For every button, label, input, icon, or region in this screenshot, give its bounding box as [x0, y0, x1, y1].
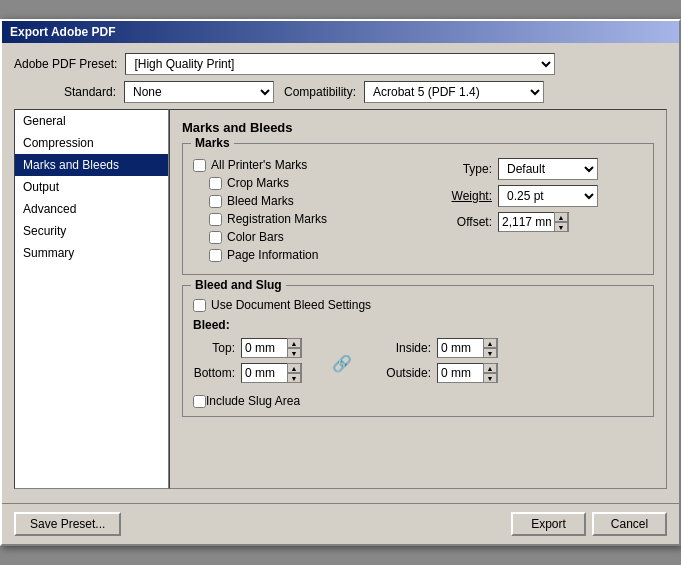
bottom-input[interactable] [242, 364, 287, 382]
use-document-bleed-label: Use Document Bleed Settings [211, 298, 371, 312]
standard-label: Standard: [14, 85, 124, 99]
standard-select[interactable]: None PDF/X-1a PDF/X-3 PDF/X-4 [124, 81, 274, 103]
link-icon[interactable]: 🔗 [332, 343, 352, 383]
crop-marks-checkbox[interactable] [209, 177, 222, 190]
all-printers-marks-label: All Printer's Marks [211, 158, 307, 172]
inside-up-btn[interactable]: ▲ [483, 338, 497, 348]
sidebar-item-output[interactable]: Output [15, 176, 168, 198]
bottom-spinner-btns: ▲ ▼ [287, 363, 301, 383]
top-spinner-btns: ▲ ▼ [287, 338, 301, 358]
color-bars-label: Color Bars [227, 230, 284, 244]
offset-down-btn[interactable]: ▼ [554, 222, 568, 232]
marks-group: Marks All Printer's Marks Crop Marks [182, 143, 654, 275]
offset-input[interactable]: 2,117 mm [499, 213, 554, 231]
bleed-right-col: Inside: ▲ ▼ Outside: [382, 338, 498, 388]
dialog-title: Export Adobe PDF [10, 25, 116, 39]
inside-spinner[interactable]: ▲ ▼ [437, 338, 498, 358]
top-input[interactable] [242, 339, 287, 357]
sidebar-item-advanced[interactable]: Advanced [15, 198, 168, 220]
export-pdf-dialog: Export Adobe PDF Adobe PDF Preset: [High… [0, 19, 681, 546]
outside-input[interactable] [438, 364, 483, 382]
bleed-section-label: Bleed: [193, 318, 643, 332]
sidebar-item-summary[interactable]: Summary [15, 242, 168, 264]
outside-down-btn[interactable]: ▼ [483, 373, 497, 383]
marks-group-title: Marks [191, 136, 234, 150]
sidebar: General Compression Marks and Bleeds Out… [14, 109, 169, 489]
compatibility-select[interactable]: Acrobat 4 (PDF 1.3) Acrobat 5 (PDF 1.4) … [364, 81, 544, 103]
outside-label: Outside: [382, 366, 437, 380]
weight-select[interactable]: 0.25 pt 0.50 pt 1.00 pt [498, 185, 598, 207]
sidebar-item-security[interactable]: Security [15, 220, 168, 242]
export-button[interactable]: Export [511, 512, 586, 536]
bottom-spinner[interactable]: ▲ ▼ [241, 363, 302, 383]
save-preset-button[interactable]: Save Preset... [14, 512, 121, 536]
sidebar-item-marks-bleeds[interactable]: Marks and Bleeds [15, 154, 168, 176]
preset-label: Adobe PDF Preset: [14, 57, 125, 71]
bleed-slug-group: Bleed and Slug Use Document Bleed Settin… [182, 285, 654, 417]
title-bar: Export Adobe PDF [2, 21, 679, 43]
inside-down-btn[interactable]: ▼ [483, 348, 497, 358]
bleed-marks-label: Bleed Marks [227, 194, 294, 208]
crop-marks-label: Crop Marks [227, 176, 289, 190]
inside-input[interactable] [438, 339, 483, 357]
action-buttons: Export Cancel [511, 512, 667, 536]
preset-select[interactable]: [High Quality Print] [125, 53, 555, 75]
bleed-slug-title: Bleed and Slug [191, 278, 286, 292]
weight-label: Weight: [443, 189, 498, 203]
type-select[interactable]: Default J Mark Roman [498, 158, 598, 180]
outside-spinner-btns: ▲ ▼ [483, 363, 497, 383]
top-label: Top: [193, 341, 241, 355]
page-information-checkbox[interactable] [209, 249, 222, 262]
inside-spinner-btns: ▲ ▼ [483, 338, 497, 358]
footer: Save Preset... Export Cancel [2, 503, 679, 544]
cancel-button[interactable]: Cancel [592, 512, 667, 536]
compatibility-label: Compatibility: [274, 85, 364, 99]
top-down-btn[interactable]: ▼ [287, 348, 301, 358]
registration-marks-checkbox[interactable] [209, 213, 222, 226]
bottom-up-btn[interactable]: ▲ [287, 363, 301, 373]
use-document-bleed-checkbox[interactable] [193, 299, 206, 312]
offset-up-btn[interactable]: ▲ [554, 212, 568, 222]
marks-left: All Printer's Marks Crop Marks Bleed Mar… [193, 158, 423, 266]
page-information-label: Page Information [227, 248, 318, 262]
include-slug-label: Include Slug Area [206, 394, 300, 408]
outside-up-btn[interactable]: ▲ [483, 363, 497, 373]
top-up-btn[interactable]: ▲ [287, 338, 301, 348]
bleed-marks-checkbox[interactable] [209, 195, 222, 208]
section-title: Marks and Bleeds [182, 120, 654, 135]
offset-spinner-btns: ▲ ▼ [554, 212, 568, 232]
top-spinner[interactable]: ▲ ▼ [241, 338, 302, 358]
type-label: Type: [443, 162, 498, 176]
bottom-down-btn[interactable]: ▼ [287, 373, 301, 383]
sidebar-item-compression[interactable]: Compression [15, 132, 168, 154]
marks-right: Type: Default J Mark Roman Weight: [443, 158, 643, 266]
bottom-label: Bottom: [193, 366, 241, 380]
offset-label: Offset: [443, 215, 498, 229]
all-printers-marks-checkbox[interactable] [193, 159, 206, 172]
bleed-left-col: Top: ▲ ▼ Bottom: [193, 338, 302, 388]
color-bars-checkbox[interactable] [209, 231, 222, 244]
inside-label: Inside: [382, 341, 437, 355]
sidebar-item-general[interactable]: General [15, 110, 168, 132]
offset-spinner[interactable]: 2,117 mm ▲ ▼ [498, 212, 569, 232]
content-area: Marks and Bleeds Marks All Printer's Mar… [169, 109, 667, 489]
outside-spinner[interactable]: ▲ ▼ [437, 363, 498, 383]
include-slug-checkbox[interactable] [193, 395, 206, 408]
registration-marks-label: Registration Marks [227, 212, 327, 226]
